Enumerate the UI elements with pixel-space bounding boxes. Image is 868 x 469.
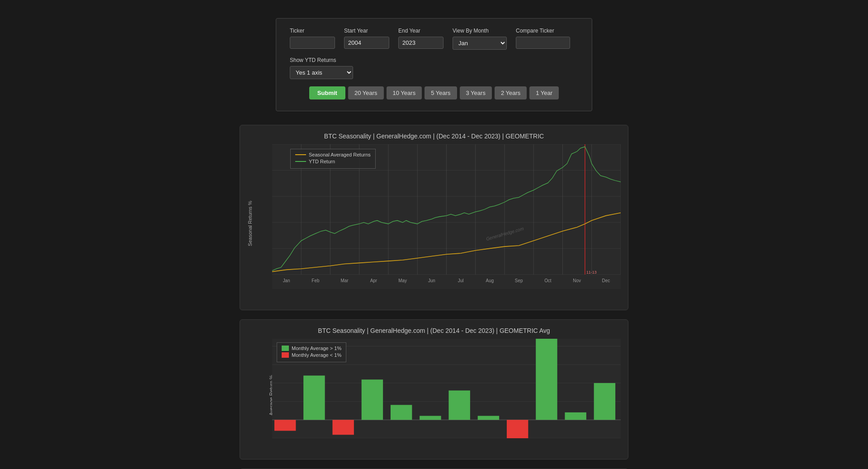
svg-rect-53	[332, 420, 354, 435]
svg-text:Jun: Jun	[428, 278, 435, 283]
10-years-button[interactable]: 10 Years	[387, 86, 422, 99]
svg-text:May: May	[398, 278, 407, 283]
legend-label-seasonal: Seasonal Averaged Returns	[309, 152, 371, 157]
svg-rect-54	[362, 379, 383, 420]
svg-text:Mar: Mar	[341, 278, 349, 283]
svg-text:Jan: Jan	[283, 278, 290, 283]
ticker-input[interactable]	[290, 37, 335, 49]
chart1-y-label: Seasonal Returns %	[247, 201, 253, 246]
svg-text:Sep: Sep	[515, 278, 523, 283]
svg-rect-60	[536, 339, 557, 420]
submit-button[interactable]: Submit	[309, 86, 345, 99]
chart2-container: BTC Seasonality | GeneralHedge.com | (De…	[240, 319, 628, 460]
1-year-button[interactable]: 1 Year	[529, 86, 559, 99]
start-year-group: Start Year	[344, 28, 389, 49]
legend-item-2: YTD Return	[295, 159, 371, 164]
2-years-button[interactable]: 2 Years	[495, 86, 527, 99]
view-by-month-label: View By Month	[453, 28, 507, 34]
chart1-legend: Seasonal Averaged Returns YTD Return	[290, 149, 376, 169]
svg-rect-55	[391, 405, 412, 420]
compare-ticker-input[interactable]	[516, 37, 570, 49]
view-by-month-select[interactable]: JanFebMarApr MayJunJulAug SepOctNovDec	[453, 37, 507, 50]
ticker-label: Ticker	[290, 28, 335, 34]
ytd-row: Show YTD Returns Yes 1 axis Yes 2 axis N…	[290, 57, 578, 79]
svg-rect-59	[507, 420, 528, 438]
svg-text:Nov: Nov	[573, 278, 581, 283]
5-years-button[interactable]: 5 Years	[425, 86, 457, 99]
chart2-title: BTC Seasonality | GeneralHedge.com | (De…	[247, 327, 621, 334]
svg-text:Jul: Jul	[458, 278, 464, 283]
chart2-legend-color-neg	[282, 352, 289, 358]
legend-color-seasonal	[295, 154, 306, 155]
svg-text:11-13: 11-13	[586, 270, 597, 275]
svg-text:Feb: Feb	[311, 278, 319, 283]
compare-ticker-group: Compare Ticker	[516, 28, 570, 49]
svg-text:Dec: Dec	[602, 278, 610, 283]
20-years-button[interactable]: 20 Years	[348, 86, 384, 99]
3-years-button[interactable]: 3 Years	[460, 86, 492, 99]
chart2-legend-color-pos	[282, 346, 289, 351]
end-year-group: End Year	[398, 28, 443, 49]
svg-rect-58	[478, 416, 499, 420]
form-panel: Ticker Start Year End Year View By Month…	[276, 18, 592, 111]
compare-ticker-label: Compare Ticker	[516, 28, 570, 34]
start-year-label: Start Year	[344, 28, 389, 34]
ytd-label: Show YTD Returns	[290, 57, 578, 63]
legend-item-1: Seasonal Averaged Returns	[295, 152, 371, 157]
chart1-title: BTC Seasonality | GeneralHedge.com | (De…	[247, 133, 621, 140]
ticker-group: Ticker	[290, 28, 335, 49]
end-year-input[interactable]	[398, 37, 443, 49]
chart1-area: Seasonal Averaged Returns YTD Return	[272, 144, 621, 289]
legend-label-ytd: YTD Return	[309, 159, 335, 164]
end-year-label: End Year	[398, 28, 443, 34]
svg-rect-57	[448, 390, 470, 420]
ytd-select[interactable]: Yes 1 axis Yes 2 axis No	[290, 66, 353, 79]
svg-text:Aug: Aug	[486, 278, 494, 283]
start-year-input[interactable]	[344, 37, 389, 49]
legend-color-ytd	[295, 161, 306, 162]
svg-rect-51	[274, 420, 296, 431]
ytd-group: Show YTD Returns Yes 1 axis Yes 2 axis N…	[290, 57, 578, 79]
svg-text:Oct: Oct	[544, 278, 551, 283]
chart2-legend-label-pos: Monthly Average > 1%	[292, 346, 341, 351]
chart2-legend: Monthly Average > 1% Monthly Average < 1…	[277, 342, 346, 362]
buttons-row: Submit 20 Years 10 Years 5 Years 3 Years…	[290, 86, 578, 99]
svg-rect-52	[303, 375, 325, 420]
chart2-legend-item-2: Monthly Average < 1%	[282, 352, 341, 358]
svg-text:Apr: Apr	[370, 278, 377, 283]
chart2-legend-item-1: Monthly Average > 1%	[282, 346, 341, 351]
svg-rect-56	[420, 416, 441, 420]
chart1-container: BTC Seasonality | GeneralHedge.com | (De…	[240, 125, 628, 310]
svg-rect-62	[594, 383, 615, 420]
chart2-area: Monthly Average > 1% Monthly Average < 1…	[272, 339, 621, 438]
chart2-legend-label-neg: Monthly Average < 1%	[292, 352, 341, 358]
view-by-month-group: View By Month JanFebMarApr MayJunJulAug …	[453, 28, 507, 50]
svg-text:GeneralHedge.com: GeneralHedge.com	[486, 226, 524, 242]
svg-rect-61	[565, 412, 586, 420]
